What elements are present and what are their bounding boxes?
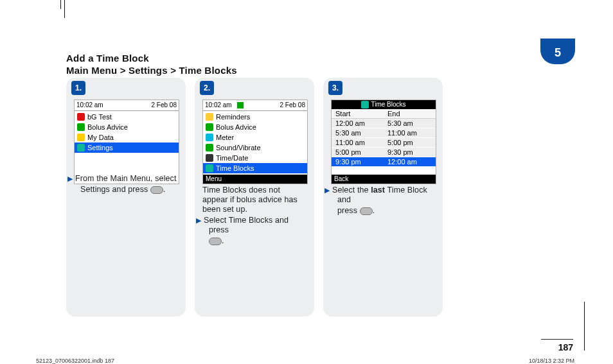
menu-item-settings[interactable]: Settings bbox=[75, 143, 179, 153]
menu-item-bgtest[interactable]: bG Test bbox=[75, 112, 179, 122]
table-row-selected[interactable]: 9:30 pm12:00 am bbox=[332, 157, 436, 167]
step-number-3: 3. bbox=[328, 81, 342, 95]
chapter-tab: 5 bbox=[540, 39, 575, 64]
step-3-caption: ▶Select the last Time Block and press . bbox=[331, 186, 436, 217]
ok-button-icon bbox=[209, 238, 222, 245]
device-screen-settings: 10:02 am 2 Feb 08 Reminders Bolus Advice… bbox=[202, 100, 308, 184]
menu-item-bolus[interactable]: Bolus Advice bbox=[203, 122, 307, 132]
ok-button-icon bbox=[360, 207, 373, 215]
table-row[interactable]: 12:00 am5:30 am bbox=[332, 119, 436, 128]
menu-item-timedate[interactable]: Time/Date bbox=[203, 153, 307, 163]
section-heading: Add a Time Block Main Menu > Settings > … bbox=[66, 53, 237, 76]
step-number-1: 1. bbox=[71, 81, 85, 95]
col-end: End bbox=[384, 109, 436, 119]
device-screen-timeblocks: Time Blocks StartEnd 12:00 am5:30 am 5:3… bbox=[331, 100, 436, 184]
col-start: Start bbox=[332, 109, 384, 119]
step-number-2: 2. bbox=[200, 81, 214, 95]
menu-item-mydata[interactable]: My Data bbox=[75, 132, 179, 143]
menu-item-timeblocks[interactable]: Time Blocks bbox=[203, 163, 307, 173]
device-screen-main-menu: 10:02 am 2 Feb 08 bG Test Bolus Advice M… bbox=[74, 100, 179, 184]
slug-left: 52123_07006322001.indb 187 bbox=[36, 358, 114, 364]
menu-item-reminders[interactable]: Reminders bbox=[203, 112, 307, 122]
menu-item-sound[interactable]: Sound/Vibrate bbox=[203, 143, 307, 153]
step-cards: 1. 10:02 am 2 Feb 08 bG Test Bolus Advic… bbox=[66, 78, 445, 316]
step-card-1: 1. 10:02 am 2 Feb 08 bG Test Bolus Advic… bbox=[66, 78, 186, 316]
step-1-caption: ▶From the Main Menu, select Settings and… bbox=[74, 174, 179, 196]
step-2-caption: Time Blocks does not appear if bolus adv… bbox=[202, 186, 308, 247]
menu-item-bolus[interactable]: Bolus Advice bbox=[75, 122, 179, 132]
clock-text: 10:02 am bbox=[205, 100, 244, 110]
softkey-bar[interactable]: Back bbox=[332, 175, 436, 184]
status-bar: 10:02 am 2 Feb 08 bbox=[75, 100, 179, 111]
date-text: 2 Feb 08 bbox=[152, 100, 177, 110]
table-row[interactable]: 11:00 am5:00 pm bbox=[332, 138, 436, 148]
status-bar: 10:02 am 2 Feb 08 bbox=[203, 100, 307, 111]
crop-mark-right bbox=[584, 302, 585, 351]
menu-item-meter[interactable]: Meter bbox=[203, 132, 307, 143]
document-page: 5 Add a Time Block Main Menu > Settings … bbox=[0, 0, 613, 364]
page-number: 187 bbox=[541, 339, 573, 352]
heading-line1: Add a Time Block bbox=[66, 53, 237, 64]
step-card-2: 2. 10:02 am 2 Feb 08 Reminders Bolus Adv… bbox=[195, 78, 314, 316]
table-row[interactable]: 5:30 am11:00 am bbox=[332, 128, 436, 138]
date-text: 2 Feb 08 bbox=[280, 100, 305, 110]
slug-right: 10/18/13 2:32 PM bbox=[529, 358, 574, 364]
table-row[interactable]: 5:00 pm9:30 pm bbox=[332, 148, 436, 157]
breadcrumb: Main Menu > Settings > Time Blocks bbox=[66, 65, 237, 76]
softkey-bar[interactable]: Menu bbox=[203, 175, 307, 184]
time-blocks-table: StartEnd 12:00 am5:30 am 5:30 am11:00 am… bbox=[332, 109, 436, 167]
ok-button-icon bbox=[150, 186, 163, 194]
screen-title: Time Blocks bbox=[332, 100, 436, 109]
clock-text: 10:02 am bbox=[76, 100, 103, 110]
step-card-3: 3. Time Blocks StartEnd 12:00 am5:30 am … bbox=[323, 78, 443, 316]
crop-marks bbox=[0, 0, 613, 23]
